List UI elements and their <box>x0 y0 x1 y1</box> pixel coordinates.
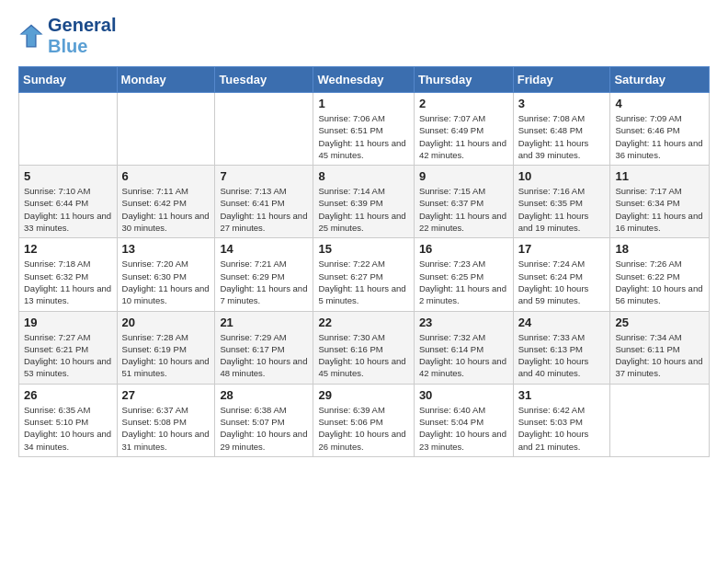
weekday-header-row: SundayMondayTuesdayWednesdayThursdayFrid… <box>19 67 710 93</box>
day-info: Sunrise: 7:10 AM Sunset: 6:44 PM Dayligh… <box>24 185 112 234</box>
day-number: 4 <box>615 97 704 110</box>
day-info: Sunrise: 7:14 AM Sunset: 6:39 PM Dayligh… <box>318 185 408 234</box>
logo-icon <box>18 23 44 49</box>
day-info: Sunrise: 6:37 AM Sunset: 5:08 PM Dayligh… <box>122 404 210 453</box>
weekday-header-saturday: Saturday <box>610 67 710 93</box>
day-number: 11 <box>615 169 704 183</box>
day-number: 15 <box>318 242 408 256</box>
calendar-cell: 5Sunrise: 7:10 AM Sunset: 6:44 PM Daylig… <box>19 166 118 238</box>
day-number: 1 <box>318 97 408 110</box>
calendar-cell <box>117 93 215 166</box>
day-number: 2 <box>419 97 508 110</box>
day-number: 26 <box>24 388 112 402</box>
day-info: Sunrise: 7:09 AM Sunset: 6:46 PM Dayligh… <box>615 112 704 161</box>
day-info: Sunrise: 6:40 AM Sunset: 5:04 PM Dayligh… <box>419 404 508 453</box>
day-number: 12 <box>24 242 112 256</box>
day-number: 14 <box>220 242 308 256</box>
calendar-cell <box>610 384 710 456</box>
weekday-header-friday: Friday <box>513 67 610 93</box>
day-info: Sunrise: 7:34 AM Sunset: 6:11 PM Dayligh… <box>615 331 704 380</box>
day-number: 23 <box>419 316 508 329</box>
svg-marker-1 <box>21 27 41 47</box>
calendar-cell: 13Sunrise: 7:20 AM Sunset: 6:30 PM Dayli… <box>117 238 215 311</box>
day-number: 20 <box>122 316 210 329</box>
calendar-cell: 19Sunrise: 7:27 AM Sunset: 6:21 PM Dayli… <box>19 311 118 384</box>
day-info: Sunrise: 7:24 AM Sunset: 6:24 PM Dayligh… <box>518 258 606 306</box>
page: General Blue SundayMondayTuesdayWednesda… <box>0 0 728 472</box>
day-info: Sunrise: 7:29 AM Sunset: 6:17 PM Dayligh… <box>220 331 308 380</box>
calendar-week-row: 19Sunrise: 7:27 AM Sunset: 6:21 PM Dayli… <box>19 311 710 384</box>
calendar-cell: 31Sunrise: 6:42 AM Sunset: 5:03 PM Dayli… <box>513 384 610 456</box>
day-info: Sunrise: 7:06 AM Sunset: 6:51 PM Dayligh… <box>318 112 408 161</box>
day-number: 24 <box>518 316 606 329</box>
calendar-cell: 28Sunrise: 6:38 AM Sunset: 5:07 PM Dayli… <box>215 384 313 456</box>
calendar-cell: 23Sunrise: 7:32 AM Sunset: 6:14 PM Dayli… <box>414 311 513 384</box>
day-info: Sunrise: 7:32 AM Sunset: 6:14 PM Dayligh… <box>419 331 508 380</box>
calendar-cell: 8Sunrise: 7:14 AM Sunset: 6:39 PM Daylig… <box>313 166 414 238</box>
day-info: Sunrise: 7:21 AM Sunset: 6:29 PM Dayligh… <box>220 258 308 306</box>
day-info: Sunrise: 7:11 AM Sunset: 6:42 PM Dayligh… <box>122 185 210 234</box>
day-number: 21 <box>220 316 308 329</box>
day-info: Sunrise: 7:20 AM Sunset: 6:30 PM Dayligh… <box>122 258 210 306</box>
calendar-cell: 6Sunrise: 7:11 AM Sunset: 6:42 PM Daylig… <box>117 166 215 238</box>
day-number: 5 <box>24 169 112 183</box>
calendar-table: SundayMondayTuesdayWednesdayThursdayFrid… <box>18 66 710 457</box>
calendar-cell: 26Sunrise: 6:35 AM Sunset: 5:10 PM Dayli… <box>19 384 118 456</box>
day-number: 10 <box>518 169 606 183</box>
calendar-cell: 2Sunrise: 7:07 AM Sunset: 6:49 PM Daylig… <box>414 93 513 166</box>
calendar-cell: 24Sunrise: 7:33 AM Sunset: 6:13 PM Dayli… <box>513 311 610 384</box>
calendar-cell: 3Sunrise: 7:08 AM Sunset: 6:48 PM Daylig… <box>513 93 610 166</box>
day-number: 9 <box>419 169 508 183</box>
day-number: 31 <box>518 388 606 402</box>
weekday-header-monday: Monday <box>117 67 215 93</box>
calendar-cell: 21Sunrise: 7:29 AM Sunset: 6:17 PM Dayli… <box>215 311 313 384</box>
day-info: Sunrise: 7:26 AM Sunset: 6:22 PM Dayligh… <box>615 258 704 306</box>
day-number: 19 <box>24 316 112 329</box>
day-number: 30 <box>419 388 508 402</box>
day-info: Sunrise: 7:27 AM Sunset: 6:21 PM Dayligh… <box>24 331 112 380</box>
logo-text-line2: Blue <box>48 36 116 57</box>
day-number: 28 <box>220 388 308 402</box>
day-number: 22 <box>318 316 408 329</box>
weekday-header-thursday: Thursday <box>414 67 513 93</box>
day-info: Sunrise: 7:13 AM Sunset: 6:41 PM Dayligh… <box>220 185 308 234</box>
header: General Blue <box>18 15 710 57</box>
day-info: Sunrise: 7:17 AM Sunset: 6:34 PM Dayligh… <box>615 185 704 234</box>
weekday-header-sunday: Sunday <box>19 67 118 93</box>
day-info: Sunrise: 7:33 AM Sunset: 6:13 PM Dayligh… <box>518 331 606 380</box>
calendar-cell: 30Sunrise: 6:40 AM Sunset: 5:04 PM Dayli… <box>414 384 513 456</box>
day-number: 13 <box>122 242 210 256</box>
calendar-cell: 16Sunrise: 7:23 AM Sunset: 6:25 PM Dayli… <box>414 238 513 311</box>
day-number: 25 <box>615 316 704 329</box>
calendar-cell: 20Sunrise: 7:28 AM Sunset: 6:19 PM Dayli… <box>117 311 215 384</box>
logo: General Blue <box>18 15 116 57</box>
weekday-header-wednesday: Wednesday <box>313 67 414 93</box>
calendar-week-row: 26Sunrise: 6:35 AM Sunset: 5:10 PM Dayli… <box>19 384 710 456</box>
day-info: Sunrise: 7:16 AM Sunset: 6:35 PM Dayligh… <box>518 185 606 234</box>
day-info: Sunrise: 6:35 AM Sunset: 5:10 PM Dayligh… <box>24 404 112 453</box>
logo-text-line1: General <box>48 15 116 36</box>
calendar-cell: 15Sunrise: 7:22 AM Sunset: 6:27 PM Dayli… <box>313 238 414 311</box>
calendar-cell: 14Sunrise: 7:21 AM Sunset: 6:29 PM Dayli… <box>215 238 313 311</box>
day-info: Sunrise: 6:38 AM Sunset: 5:07 PM Dayligh… <box>220 404 308 453</box>
calendar-cell: 1Sunrise: 7:06 AM Sunset: 6:51 PM Daylig… <box>313 93 414 166</box>
day-info: Sunrise: 7:08 AM Sunset: 6:48 PM Dayligh… <box>518 112 606 161</box>
calendar-week-row: 1Sunrise: 7:06 AM Sunset: 6:51 PM Daylig… <box>19 93 710 166</box>
calendar-week-row: 5Sunrise: 7:10 AM Sunset: 6:44 PM Daylig… <box>19 166 710 238</box>
calendar-cell <box>19 93 118 166</box>
calendar-cell: 10Sunrise: 7:16 AM Sunset: 6:35 PM Dayli… <box>513 166 610 238</box>
calendar-week-row: 12Sunrise: 7:18 AM Sunset: 6:32 PM Dayli… <box>19 238 710 311</box>
day-info: Sunrise: 7:15 AM Sunset: 6:37 PM Dayligh… <box>419 185 508 234</box>
calendar-cell: 25Sunrise: 7:34 AM Sunset: 6:11 PM Dayli… <box>610 311 710 384</box>
calendar-cell: 29Sunrise: 6:39 AM Sunset: 5:06 PM Dayli… <box>313 384 414 456</box>
calendar-cell: 9Sunrise: 7:15 AM Sunset: 6:37 PM Daylig… <box>414 166 513 238</box>
day-number: 8 <box>318 169 408 183</box>
day-number: 6 <box>122 169 210 183</box>
day-info: Sunrise: 6:42 AM Sunset: 5:03 PM Dayligh… <box>518 404 606 453</box>
day-info: Sunrise: 7:22 AM Sunset: 6:27 PM Dayligh… <box>318 258 408 306</box>
day-info: Sunrise: 7:23 AM Sunset: 6:25 PM Dayligh… <box>419 258 508 306</box>
day-info: Sunrise: 7:30 AM Sunset: 6:16 PM Dayligh… <box>318 331 408 380</box>
weekday-header-tuesday: Tuesday <box>215 67 313 93</box>
calendar-cell: 22Sunrise: 7:30 AM Sunset: 6:16 PM Dayli… <box>313 311 414 384</box>
day-info: Sunrise: 7:18 AM Sunset: 6:32 PM Dayligh… <box>24 258 112 306</box>
